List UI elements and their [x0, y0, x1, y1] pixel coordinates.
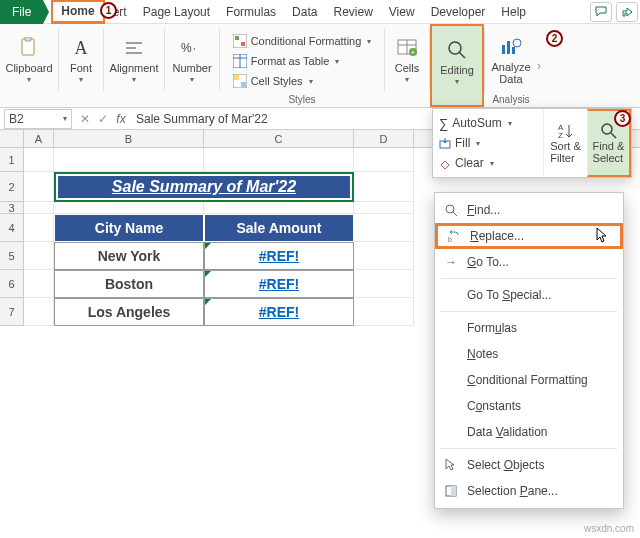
cell-B6[interactable]: Boston [54, 270, 204, 298]
autosum-button[interactable]: ∑AutoSum▾ [437, 113, 539, 133]
cell-D6[interactable] [354, 270, 414, 298]
row-4[interactable]: 4 [0, 214, 24, 242]
menu-goto[interactable]: →Go To... [435, 249, 623, 275]
cell-D2[interactable] [354, 172, 414, 202]
svg-rect-25 [512, 47, 515, 54]
analyze-data-button[interactable]: Analyze Data [485, 28, 537, 92]
tab-data[interactable]: Data [284, 0, 325, 24]
menu-constants[interactable]: Constants [435, 393, 623, 419]
editing-button[interactable]: Editing [431, 30, 483, 94]
svg-rect-24 [507, 41, 510, 54]
cell-A2[interactable] [24, 172, 54, 202]
cell-D1[interactable] [354, 148, 414, 172]
tab-review[interactable]: Review [325, 0, 380, 24]
cell-D5[interactable] [354, 242, 414, 270]
menu-notes[interactable]: Notes [435, 341, 623, 367]
analyze-icon [499, 35, 523, 59]
group-clipboard: Clipboard [0, 24, 58, 107]
cf-icon [233, 34, 247, 48]
cell-header-city[interactable]: City Name [54, 214, 204, 242]
cell-D4[interactable] [354, 214, 414, 242]
find-icon [600, 122, 618, 140]
format-as-table-button[interactable]: Format as Table▾ [229, 52, 376, 70]
clipboard-button[interactable]: Clipboard [3, 28, 55, 92]
comments-icon[interactable] [590, 2, 612, 22]
menu-find[interactable]: FFind...ind... [435, 197, 623, 223]
menu-formulas[interactable]: Formulas [435, 315, 623, 341]
menu-goto-special[interactable]: Go To Special... [435, 282, 623, 308]
tab-file[interactable]: File [0, 0, 43, 24]
clear-button[interactable]: Clear▾ [437, 153, 539, 173]
svg-rect-9 [241, 42, 245, 46]
cell-title[interactable]: Sale Summary of Mar'22 [54, 172, 354, 202]
tab-formulas[interactable]: Formulas [218, 0, 284, 24]
cell-B7[interactable]: Los Angeles [54, 298, 204, 326]
tab-view[interactable]: View [381, 0, 423, 24]
fx-icon[interactable]: fx [112, 112, 130, 126]
name-box[interactable]: B2▾ [4, 109, 72, 129]
svg-text:Z: Z [558, 131, 563, 140]
cell-A4[interactable] [24, 214, 54, 242]
col-A[interactable]: A [24, 130, 54, 147]
tab-home[interactable]: Home [51, 0, 104, 24]
cell-A5[interactable] [24, 242, 54, 270]
pane-icon [443, 483, 459, 499]
cell-C1[interactable] [204, 148, 354, 172]
cell-header-amount[interactable]: Sale Amount [204, 214, 354, 242]
cell-B5[interactable]: New York [54, 242, 204, 270]
menu-select-objects[interactable]: Select Objects [435, 452, 623, 478]
cell-A7[interactable] [24, 298, 54, 326]
row-2[interactable]: 2 [0, 172, 24, 202]
cancel-icon[interactable]: ✕ [76, 112, 94, 126]
menu-conditional-formatting[interactable]: Conditional Formatting [435, 367, 623, 393]
cell-C5[interactable]: #REF! [204, 242, 354, 270]
row-6[interactable]: 6 [0, 270, 24, 298]
font-button[interactable]: A Font [55, 28, 107, 92]
alignment-button[interactable]: Alignment [108, 28, 160, 92]
cell-C6[interactable]: #REF! [204, 270, 354, 298]
callout-2: 2 [546, 30, 563, 47]
conditional-formatting-button[interactable]: Conditional Formatting▾ [229, 32, 376, 50]
menu-selection-pane[interactable]: Selection Pane... [435, 478, 623, 504]
arrow-right-icon: → [443, 254, 459, 270]
fill-button[interactable]: Fill▾ [437, 133, 539, 153]
cell-A3[interactable] [24, 202, 54, 214]
col-D[interactable]: D [354, 130, 414, 147]
row-7[interactable]: 7 [0, 298, 24, 326]
svg-text:%: % [181, 41, 192, 55]
tab-page-layout[interactable]: Page Layout [135, 0, 218, 24]
sort-filter-button[interactable]: AZ Sort & Filter [543, 109, 587, 177]
svg-point-32 [446, 205, 454, 213]
cell-B3[interactable] [54, 202, 204, 214]
replace-icon: b [446, 228, 462, 244]
table-icon [233, 54, 247, 68]
editing-dropdown-panel: ∑AutoSum▾ Fill▾ Clear▾ AZ Sort & Filter … [432, 108, 632, 178]
cell-D3[interactable] [354, 202, 414, 214]
group-editing: Editing [430, 24, 484, 107]
cell-B1[interactable] [54, 148, 204, 172]
cell-A1[interactable] [24, 148, 54, 172]
cells-button[interactable]: + Cells [381, 28, 433, 92]
tab-developer[interactable]: Developer [423, 0, 494, 24]
menu-data-validation[interactable]: Data Validation [435, 419, 623, 445]
ribbon: Clipboard A Font Alignment %, Number Con… [0, 24, 640, 108]
clipboard-icon [17, 36, 41, 60]
row-1[interactable]: 1 [0, 148, 24, 172]
menu-replace[interactable]: b Replace... [435, 223, 623, 249]
row-5[interactable]: 5 [0, 242, 24, 270]
select-all-corner[interactable] [0, 130, 24, 147]
cell-A6[interactable] [24, 270, 54, 298]
col-B[interactable]: B [54, 130, 204, 147]
share-icon[interactable] [616, 2, 638, 22]
cell-styles-button[interactable]: Cell Styles▾ [229, 72, 376, 90]
group-alignment: Alignment [104, 24, 164, 107]
number-button[interactable]: %, Number [166, 28, 218, 92]
enter-icon[interactable]: ✓ [94, 112, 112, 126]
row-3[interactable]: 3 [0, 202, 24, 214]
cell-C3[interactable] [204, 202, 354, 214]
cell-C7[interactable]: #REF! [204, 298, 354, 326]
col-C[interactable]: C [204, 130, 354, 147]
cellstyles-icon [233, 74, 247, 88]
tab-help[interactable]: Help [493, 0, 534, 24]
cell-D7[interactable] [354, 298, 414, 326]
